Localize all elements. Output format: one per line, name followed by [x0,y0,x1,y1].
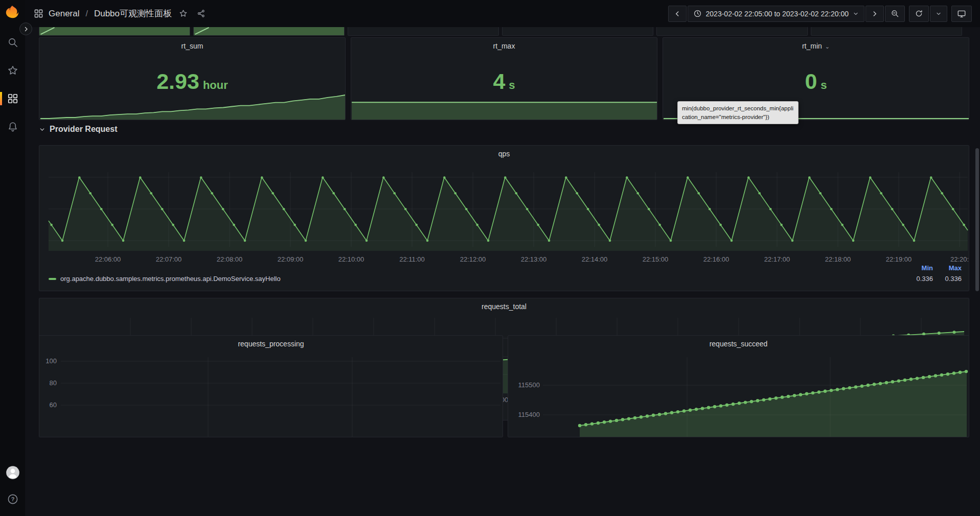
chevron-down-icon [853,11,859,17]
svg-text:60: 60 [50,401,57,409]
legend-header: Min Max [904,264,962,272]
help-button[interactable]: ? [0,492,25,506]
grafana-dashboard-page: ? General / Dubbo可观测性面板 [0,0,980,516]
partial-panel[interactable] [656,27,808,36]
row-provider-request[interactable]: Provider Request [39,125,117,134]
sidebar-bottom: ? [0,466,25,506]
requests-processing-chart[interactable]: 1008060 [39,336,503,437]
sparkline-edge [195,27,209,35]
time-range-label: 2023-02-02 22:05:00 to 2023-02-02 22:20:… [706,10,849,18]
panel-rt-sum[interactable]: rt_sum 2.93 hour [39,37,346,120]
svg-text:22:07:00: 22:07:00 [156,255,182,263]
svg-text:22:12:00: 22:12:00 [460,255,486,263]
panel-rt-max[interactable]: rt_max 4 s [351,37,657,120]
panel-title[interactable]: rt_max [351,42,657,50]
star-icon [7,65,18,76]
legend-max-value: 0.336 [933,275,962,283]
breadcrumb: General / Dubbo可观测性面板 [34,7,208,20]
kiosk-mode-button[interactable] [951,6,972,22]
sidebar-items [0,36,25,133]
breadcrumb-separator: / [84,9,88,18]
panel-menu-chevron-icon[interactable]: ⌄ [825,43,830,50]
svg-text:22:16:00: 22:16:00 [703,255,730,263]
svg-text:115400: 115400 [518,411,540,418]
svg-text:22:20:: 22:20: [950,255,969,263]
bell-icon [7,121,18,132]
panel-requests-succeed[interactable]: requests_succeed 115500115400 [508,335,969,437]
scrollbar-thumb[interactable] [975,148,979,291]
apps-grid-icon [34,9,43,18]
legend-column-min[interactable]: Min [904,264,933,272]
svg-text:115500: 115500 [518,381,540,389]
nav-controls: 2023-02-02 22:05:00 to 2023-02-02 22:20:… [668,6,972,22]
svg-text:?: ? [11,496,14,502]
time-forward-button[interactable] [865,6,884,22]
svg-text:22:14:00: 22:14:00 [582,255,608,263]
requests-succeed-chart[interactable]: 115500115400 [508,336,969,437]
star-dashboard-button[interactable] [177,7,190,20]
search-icon [7,37,18,48]
partial-panel[interactable] [502,27,653,36]
user-avatar[interactable] [0,466,25,479]
breadcrumb-dashboard-title[interactable]: Dubbo可观测性面板 [94,8,172,19]
refresh-button[interactable] [909,6,929,22]
row-title: Provider Request [50,125,117,134]
series-name[interactable]: org.apache.dubbo.samples.metrics.prometh… [60,275,904,283]
stat-number: 2.93 [156,71,199,92]
panel-title[interactable]: qps [39,150,969,158]
qps-chart[interactable]: 22:06:0022:07:0022:08:0022:09:0022:10:00… [39,146,969,291]
panel-qps[interactable]: qps 22:06:0022:07:0022:08:0022:09:0022:1… [39,145,969,291]
sparkline-edge [40,27,55,35]
sidebar: ? [0,0,25,516]
svg-text:22:13:00: 22:13:00 [521,255,547,263]
sidebar-item-dashboards[interactable] [0,92,25,105]
partial-panel[interactable] [348,27,499,36]
svg-text:80: 80 [50,379,57,387]
refresh-interval-dropdown[interactable] [930,6,947,22]
panel-requests-processing[interactable]: requests_processing 1008060 [39,335,503,437]
breadcrumb-section[interactable]: General [49,9,79,19]
svg-text:22:11:00: 22:11:00 [399,255,425,263]
partial-panel[interactable] [193,27,345,36]
monitor-icon [957,9,966,18]
sidebar-expand-button[interactable] [19,22,32,35]
refresh-icon [915,9,923,18]
zoom-out-icon [891,9,899,18]
zoom-out-button[interactable] [885,6,905,22]
time-range-picker[interactable]: 2023-02-02 22:05:00 to 2023-02-02 22:20:… [688,6,864,22]
partial-panel[interactable] [39,27,190,36]
panel-title[interactable]: rt_sum [39,42,345,50]
dashboard-canvas: rt_sum 2.93 hour rt_max 4 s rt_min⌄ 0 s [25,27,980,516]
svg-text:100: 100 [45,357,57,365]
clock-icon [693,9,702,18]
stat-value: 0 s [663,71,969,92]
sidebar-item-starred[interactable] [0,64,25,77]
top-nav: General / Dubbo可观测性面板 [0,0,980,27]
stat-value: 4 s [351,71,657,92]
stat-unit: hour [203,79,228,92]
share-dashboard-button[interactable] [195,7,208,20]
stat-value: 2.93 hour [39,71,345,92]
legend-column-max[interactable]: Max [933,264,962,272]
help-icon: ? [7,493,19,505]
svg-text:22:15:00: 22:15:00 [643,255,669,263]
stat-number: 4 [493,71,505,92]
panel-title[interactable]: rt_min⌄ [663,42,969,50]
time-back-button[interactable] [668,6,687,22]
query-tooltip: min(dubbo_provider_rt_seconds_min{applic… [677,101,799,124]
panel-title[interactable]: requests_succeed [508,340,969,348]
grafana-logo-icon[interactable] [5,5,20,20]
legend-min-value: 0.336 [904,275,933,283]
svg-text:22:08:00: 22:08:00 [217,255,243,263]
panel-title[interactable]: requests_processing [39,340,503,348]
avatar-icon [6,465,20,480]
stat-unit: s [821,79,827,92]
partial-panel[interactable] [811,27,962,36]
chevron-down-icon [936,11,942,17]
stat-number: 0 [805,71,817,92]
panel-title[interactable]: requests_total [39,302,969,311]
sidebar-item-alerting[interactable] [0,120,25,133]
dashboards-grid-icon [7,93,18,104]
sidebar-item-search[interactable] [0,36,25,49]
page-scrollbar [975,0,979,516]
